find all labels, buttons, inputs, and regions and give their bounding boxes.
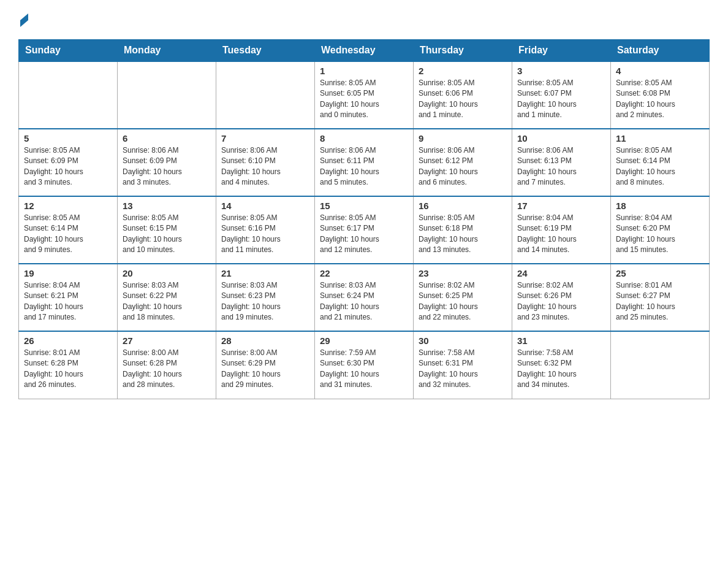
day-cell: 27Sunrise: 8:00 AMSunset: 6:28 PMDayligh… xyxy=(118,331,216,399)
day-number: 2 xyxy=(419,66,507,76)
day-number: 13 xyxy=(123,201,211,211)
day-number: 12 xyxy=(24,201,112,211)
day-cell: 3Sunrise: 8:05 AMSunset: 6:07 PMDaylight… xyxy=(512,61,611,129)
day-cell: 4Sunrise: 8:05 AMSunset: 6:08 PMDaylight… xyxy=(611,61,710,129)
day-number: 29 xyxy=(320,335,408,346)
day-info: Sunrise: 7:58 AMSunset: 6:31 PMDaylight:… xyxy=(419,348,507,391)
day-number: 19 xyxy=(24,268,112,278)
day-cell: 24Sunrise: 8:02 AMSunset: 6:26 PMDayligh… xyxy=(512,264,611,331)
day-number: 5 xyxy=(24,133,112,144)
day-cell: 26Sunrise: 8:01 AMSunset: 6:28 PMDayligh… xyxy=(19,331,118,399)
day-cell: 25Sunrise: 8:01 AMSunset: 6:27 PMDayligh… xyxy=(611,264,710,331)
day-info: Sunrise: 8:05 AMSunset: 6:05 PMDaylight:… xyxy=(320,78,408,121)
day-number: 27 xyxy=(123,335,211,346)
day-info: Sunrise: 8:06 AMSunset: 6:12 PMDaylight:… xyxy=(419,145,507,188)
header-row: SundayMondayTuesdayWednesdayThursdayFrid… xyxy=(19,40,710,62)
day-cell: 16Sunrise: 8:05 AMSunset: 6:18 PMDayligh… xyxy=(414,196,512,264)
day-number: 6 xyxy=(123,133,211,144)
day-cell: 30Sunrise: 7:58 AMSunset: 6:31 PMDayligh… xyxy=(414,331,512,399)
day-cell: 23Sunrise: 8:02 AMSunset: 6:25 PMDayligh… xyxy=(414,264,512,331)
weekday-header-friday: Friday xyxy=(512,40,611,62)
weekday-header-thursday: Thursday xyxy=(414,40,512,62)
day-cell: 12Sunrise: 8:05 AMSunset: 6:14 PMDayligh… xyxy=(19,196,118,264)
day-cell xyxy=(216,61,315,129)
day-number: 28 xyxy=(221,335,309,346)
day-number: 25 xyxy=(616,268,704,278)
day-info: Sunrise: 8:05 AMSunset: 6:17 PMDaylight:… xyxy=(320,213,408,256)
day-info: Sunrise: 8:03 AMSunset: 6:22 PMDaylight:… xyxy=(123,280,211,323)
day-cell: 15Sunrise: 8:05 AMSunset: 6:17 PMDayligh… xyxy=(315,196,414,264)
day-info: Sunrise: 8:05 AMSunset: 6:09 PMDaylight:… xyxy=(24,145,112,188)
day-cell: 20Sunrise: 8:03 AMSunset: 6:22 PMDayligh… xyxy=(118,264,216,331)
day-number: 23 xyxy=(419,268,507,278)
day-number: 4 xyxy=(616,66,704,76)
day-number: 30 xyxy=(419,335,507,346)
day-info: Sunrise: 8:05 AMSunset: 6:15 PMDaylight:… xyxy=(123,213,211,256)
day-number: 21 xyxy=(221,268,309,278)
week-row-5: 26Sunrise: 8:01 AMSunset: 6:28 PMDayligh… xyxy=(19,331,710,399)
day-info: Sunrise: 8:06 AMSunset: 6:11 PMDaylight:… xyxy=(320,145,408,188)
day-number: 10 xyxy=(517,133,605,144)
day-cell: 13Sunrise: 8:05 AMSunset: 6:15 PMDayligh… xyxy=(118,196,216,264)
day-info: Sunrise: 8:01 AMSunset: 6:27 PMDaylight:… xyxy=(616,280,704,323)
day-info: Sunrise: 8:05 AMSunset: 6:16 PMDaylight:… xyxy=(221,213,309,256)
week-row-1: 1Sunrise: 8:05 AMSunset: 6:05 PMDaylight… xyxy=(19,61,710,129)
day-cell xyxy=(118,61,216,129)
day-info: Sunrise: 8:04 AMSunset: 6:19 PMDaylight:… xyxy=(517,213,605,256)
day-cell: 22Sunrise: 8:03 AMSunset: 6:24 PMDayligh… xyxy=(315,264,414,331)
day-cell: 8Sunrise: 8:06 AMSunset: 6:11 PMDaylight… xyxy=(315,129,414,196)
day-cell: 14Sunrise: 8:05 AMSunset: 6:16 PMDayligh… xyxy=(216,196,315,264)
day-cell xyxy=(611,331,710,399)
logo xyxy=(18,12,28,27)
day-info: Sunrise: 8:02 AMSunset: 6:25 PMDaylight:… xyxy=(419,280,507,323)
day-info: Sunrise: 8:03 AMSunset: 6:24 PMDaylight:… xyxy=(320,280,408,323)
day-info: Sunrise: 8:00 AMSunset: 6:29 PMDaylight:… xyxy=(221,348,309,391)
day-info: Sunrise: 8:05 AMSunset: 6:14 PMDaylight:… xyxy=(24,213,112,256)
day-number: 1 xyxy=(320,66,408,76)
day-number: 14 xyxy=(221,201,309,211)
weekday-header-monday: Monday xyxy=(118,40,216,62)
day-number: 16 xyxy=(419,201,507,211)
day-cell xyxy=(19,61,118,129)
weekday-header-sunday: Sunday xyxy=(19,40,118,62)
day-number: 3 xyxy=(517,66,605,76)
weekday-header-tuesday: Tuesday xyxy=(216,40,315,62)
day-info: Sunrise: 8:04 AMSunset: 6:21 PMDaylight:… xyxy=(24,280,112,323)
day-number: 7 xyxy=(221,133,309,144)
week-row-2: 5Sunrise: 8:05 AMSunset: 6:09 PMDaylight… xyxy=(19,129,710,196)
weekday-header-saturday: Saturday xyxy=(611,40,710,62)
day-cell: 18Sunrise: 8:04 AMSunset: 6:20 PMDayligh… xyxy=(611,196,710,264)
day-info: Sunrise: 7:58 AMSunset: 6:32 PMDaylight:… xyxy=(517,348,605,391)
day-cell: 6Sunrise: 8:06 AMSunset: 6:09 PMDaylight… xyxy=(118,129,216,196)
day-cell: 1Sunrise: 8:05 AMSunset: 6:05 PMDaylight… xyxy=(315,61,414,129)
day-cell: 29Sunrise: 7:59 AMSunset: 6:30 PMDayligh… xyxy=(315,331,414,399)
day-number: 9 xyxy=(419,133,507,144)
day-cell: 19Sunrise: 8:04 AMSunset: 6:21 PMDayligh… xyxy=(19,264,118,331)
day-cell: 2Sunrise: 8:05 AMSunset: 6:06 PMDaylight… xyxy=(414,61,512,129)
day-number: 8 xyxy=(320,133,408,144)
day-number: 20 xyxy=(123,268,211,278)
day-info: Sunrise: 8:06 AMSunset: 6:09 PMDaylight:… xyxy=(123,145,211,188)
weekday-header-wednesday: Wednesday xyxy=(315,40,414,62)
day-cell: 17Sunrise: 8:04 AMSunset: 6:19 PMDayligh… xyxy=(512,196,611,264)
day-info: Sunrise: 8:05 AMSunset: 6:18 PMDaylight:… xyxy=(419,213,507,256)
week-row-3: 12Sunrise: 8:05 AMSunset: 6:14 PMDayligh… xyxy=(19,196,710,264)
day-cell: 5Sunrise: 8:05 AMSunset: 6:09 PMDaylight… xyxy=(19,129,118,196)
day-info: Sunrise: 8:04 AMSunset: 6:20 PMDaylight:… xyxy=(616,213,704,256)
day-info: Sunrise: 8:05 AMSunset: 6:07 PMDaylight:… xyxy=(517,78,605,121)
day-info: Sunrise: 8:06 AMSunset: 6:13 PMDaylight:… xyxy=(517,145,605,188)
day-cell: 10Sunrise: 8:06 AMSunset: 6:13 PMDayligh… xyxy=(512,129,611,196)
day-cell: 11Sunrise: 8:05 AMSunset: 6:14 PMDayligh… xyxy=(611,129,710,196)
calendar-table: SundayMondayTuesdayWednesdayThursdayFrid… xyxy=(18,39,710,399)
day-info: Sunrise: 8:06 AMSunset: 6:10 PMDaylight:… xyxy=(221,145,309,188)
day-info: Sunrise: 8:05 AMSunset: 6:14 PMDaylight:… xyxy=(616,145,704,188)
day-number: 15 xyxy=(320,201,408,211)
page-header xyxy=(18,12,710,27)
day-number: 26 xyxy=(24,335,112,346)
day-number: 24 xyxy=(517,268,605,278)
day-info: Sunrise: 8:02 AMSunset: 6:26 PMDaylight:… xyxy=(517,280,605,323)
day-cell: 28Sunrise: 8:00 AMSunset: 6:29 PMDayligh… xyxy=(216,331,315,399)
day-number: 17 xyxy=(517,201,605,211)
day-info: Sunrise: 8:03 AMSunset: 6:23 PMDaylight:… xyxy=(221,280,309,323)
day-info: Sunrise: 8:05 AMSunset: 6:06 PMDaylight:… xyxy=(419,78,507,121)
